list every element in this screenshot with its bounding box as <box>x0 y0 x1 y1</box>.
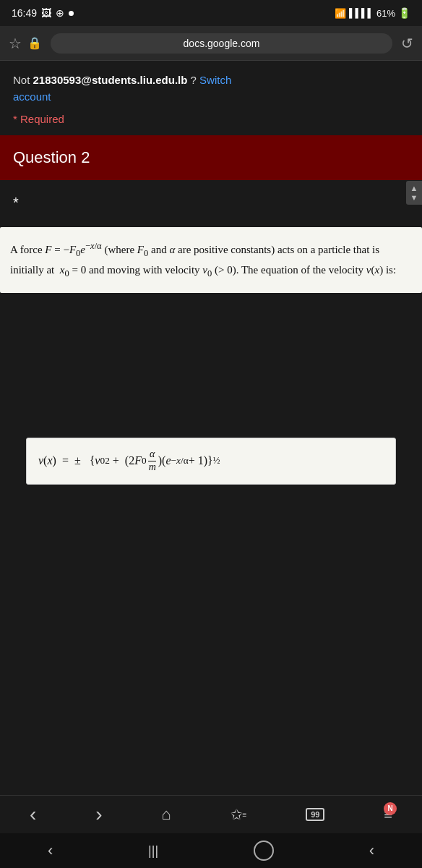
time-display: 16:49 <box>12 7 37 19</box>
answer-formula-box: v(x) = ± {v02 + (2F0 α m )(e−x/α + 1)} ½ <box>26 438 396 485</box>
tabs-button[interactable]: 99 <box>306 808 324 821</box>
status-left: 16:49 🖼 ⊕ <box>12 7 74 19</box>
cast-icon: ⊕ <box>56 7 64 19</box>
question-title: Question 2 <box>13 148 409 167</box>
refresh-button[interactable]: ↺ <box>401 35 413 52</box>
notification-badge: N <box>384 802 397 815</box>
bookmark-button[interactable]: ✩≡ <box>231 806 247 823</box>
star-icon[interactable]: ☆ <box>9 35 22 52</box>
wifi-icon: 📶 <box>335 8 346 19</box>
system-nav-bar: ‹ ||| ‹ <box>0 833 422 868</box>
signal-bars: ▌▌▌▌ <box>349 8 374 18</box>
url-bar[interactable]: docs.google.com <box>51 33 392 54</box>
browser-bar: ☆ 🔒 docs.google.com ↺ <box>0 26 422 61</box>
system-back-button[interactable]: ‹ <box>48 841 53 860</box>
scroll-up-arrow[interactable]: ▲ <box>410 184 418 192</box>
url-text: docs.google.com <box>184 38 260 49</box>
status-bar: 16:49 🖼 ⊕ 📶 ▌▌▌▌ 61% 🔋 <box>0 0 422 26</box>
menu-button[interactable]: ≡ N <box>384 807 392 823</box>
forward-button[interactable]: › <box>95 803 102 826</box>
answer-area <box>0 293 422 438</box>
question-content-box: A force F = −F0e−x/α (where F0 and α are… <box>0 227 422 294</box>
answer-box-wrapper: v(x) = ± {v02 + (2F0 α m )(e−x/α + 1)} ½ <box>13 438 409 499</box>
email-display: 21830593@students.liu.edu.lb <box>33 74 188 86</box>
home-button[interactable]: ⌂ <box>161 805 171 824</box>
content-padding <box>13 499 409 644</box>
dot-indicator <box>69 11 74 16</box>
fraction-alpha-m: α m <box>147 448 158 474</box>
back-button[interactable]: ‹ <box>30 803 36 826</box>
asterisk-mark: * <box>13 195 19 210</box>
battery-icon: 🔋 <box>398 7 410 19</box>
switch-text: ? <box>187 74 199 86</box>
not-text: Not 21830593@students.liu.edu.lb ? Switc… <box>13 74 231 86</box>
account-section: Not 21830593@students.liu.edu.lb ? Switc… <box>13 72 409 103</box>
question-text: A force F = −F0e−x/α (where F0 and α are… <box>10 239 412 282</box>
lock-icon: 🔒 <box>27 36 42 50</box>
nav-bar: ‹ › ⌂ ✩≡ 99 ≡ N <box>0 795 422 833</box>
main-content: Not 21830593@students.liu.edu.lb ? Switc… <box>0 61 422 644</box>
question-header: Question 2 <box>0 135 422 180</box>
system-recents-button[interactable]: ||| <box>148 843 158 859</box>
account-label[interactable]: account <box>13 90 409 103</box>
status-right: 📶 ▌▌▌▌ 61% 🔋 <box>335 7 410 19</box>
browser-left-icons: ☆ 🔒 <box>9 35 42 52</box>
formula-display: v(x) = ± {v02 + (2F0 α m )(e−x/α + 1)} ½ <box>38 448 384 474</box>
system-home-button[interactable] <box>254 841 274 861</box>
switch-link[interactable]: Switch <box>199 74 231 86</box>
scroll-down-arrow[interactable]: ▼ <box>410 193 418 202</box>
screenshot-icon: 🖼 <box>41 7 51 19</box>
asterisk-required: * <box>13 180 409 218</box>
scroll-handle[interactable]: ▲ ▼ <box>406 181 422 205</box>
battery-display: 61% <box>376 8 395 19</box>
required-indicator: * Required <box>13 113 409 125</box>
system-forward-button[interactable]: ‹ <box>369 841 374 860</box>
